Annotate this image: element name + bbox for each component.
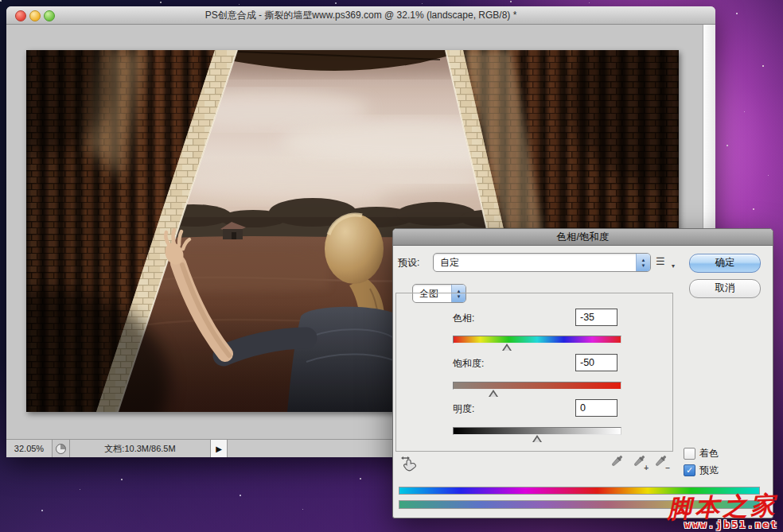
window-title: PS创意合成 - 撕裂的墙壁www.ps369.com @ 32.1% (lan… bbox=[62, 6, 660, 24]
close-button[interactable] bbox=[15, 10, 26, 21]
saturation-value-input[interactable] bbox=[575, 354, 617, 371]
minimize-button[interactable] bbox=[29, 10, 41, 21]
preset-label: 预设: bbox=[398, 256, 419, 270]
lightness-slider-track[interactable] bbox=[453, 427, 621, 435]
preset-dropdown[interactable]: 自定 ▲ ▼ bbox=[433, 253, 651, 272]
hue-saturation-dialog: 色相/饱和度 预设: 自定 ▲ ▼ ☰ ▾ 确定 取消 全图 ▲ ▼ 色相: 饱… bbox=[392, 228, 773, 518]
saturation-slider-track[interactable] bbox=[453, 382, 621, 390]
eyedropper-icon[interactable] bbox=[610, 453, 625, 471]
lightness-label: 明度: bbox=[453, 402, 474, 416]
ok-button[interactable]: 确定 bbox=[689, 254, 761, 273]
caret-down-icon: ▾ bbox=[672, 262, 675, 270]
eyedropper-minus-icon[interactable]: − bbox=[653, 453, 669, 471]
preview-label: 预览 bbox=[699, 464, 719, 477]
lightness-slider-pointer[interactable] bbox=[532, 435, 542, 442]
eyedropper-plus-icon[interactable]: + bbox=[632, 453, 648, 471]
preview-row: ✓ 预览 bbox=[684, 464, 719, 477]
minus-glyph: − bbox=[665, 464, 670, 472]
status-expander-button[interactable]: ▶ bbox=[211, 440, 228, 457]
lightness-slider[interactable] bbox=[453, 427, 621, 445]
status-clock-icon bbox=[56, 444, 66, 454]
plus-glyph: + bbox=[644, 464, 649, 472]
saturation-label: 饱和度: bbox=[453, 357, 484, 371]
zoom-level-field[interactable]: 32.05% bbox=[6, 440, 53, 457]
hue-slider-track[interactable] bbox=[453, 336, 621, 344]
watermark-name: 脚本之家 bbox=[667, 493, 779, 521]
status-icon-segment bbox=[53, 440, 70, 457]
preview-checkbox[interactable]: ✓ bbox=[684, 464, 695, 476]
watermark: 脚本之家 www.jb51.net bbox=[667, 495, 778, 530]
colorize-label: 着色 bbox=[699, 447, 719, 460]
preset-options-button[interactable]: ☰ ▾ bbox=[656, 255, 675, 270]
colorize-row: 着色 bbox=[684, 447, 719, 460]
saturation-slider-pointer[interactable] bbox=[489, 390, 498, 397]
starfield-small bbox=[0, 0, 1, 1]
zoom-button[interactable] bbox=[44, 10, 55, 21]
stepper-icon: ▲ ▼ bbox=[636, 254, 650, 271]
saturation-slider[interactable] bbox=[453, 382, 621, 399]
hue-slider-pointer[interactable] bbox=[502, 344, 512, 351]
expander-arrow-icon: ▶ bbox=[216, 445, 222, 453]
document-info[interactable]: 文档:10.3M/86.5M bbox=[70, 440, 211, 457]
window-titlebar[interactable]: PS创意合成 - 撕裂的墙壁www.ps369.com @ 32.1% (lan… bbox=[6, 6, 715, 25]
scrubby-hand-icon[interactable] bbox=[399, 453, 419, 475]
colorize-checkbox[interactable] bbox=[684, 448, 695, 460]
hue-value-input[interactable] bbox=[575, 309, 617, 326]
cancel-button[interactable]: 取消 bbox=[689, 279, 761, 298]
dialog-title[interactable]: 色相/饱和度 bbox=[393, 229, 773, 246]
hue-label: 色相: bbox=[453, 312, 474, 325]
hue-slider[interactable] bbox=[453, 336, 621, 353]
list-icon: ☰ bbox=[656, 255, 665, 267]
lightness-value-input[interactable] bbox=[575, 399, 617, 417]
preset-value: 自定 bbox=[440, 254, 459, 271]
